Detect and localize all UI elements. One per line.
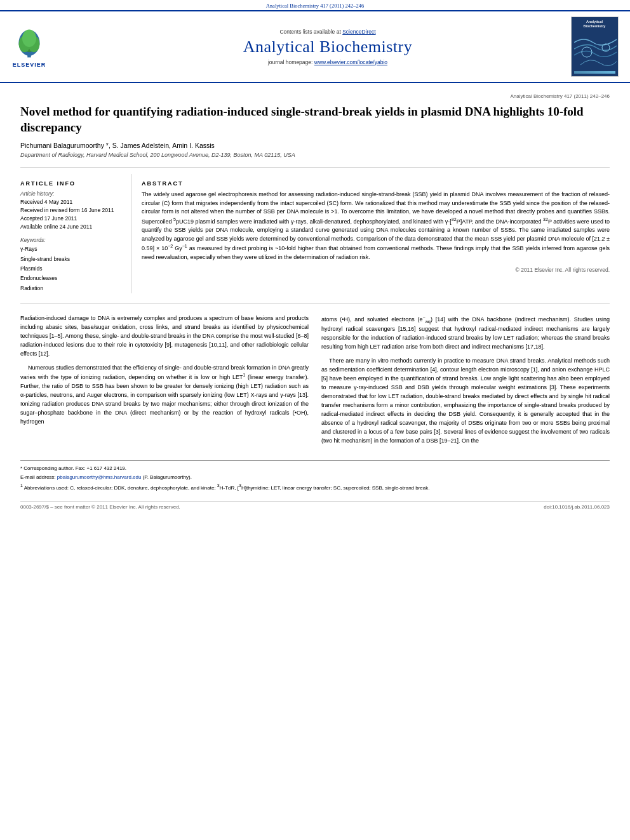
keyword-2: Single-strand breaks [20, 255, 124, 264]
svg-point-6 [22, 29, 36, 47]
elsevier-logo: ELSEVIER [10, 25, 48, 68]
article-title: Novel method for quantifying radiation-i… [20, 104, 610, 135]
abstract-heading: ABSTRACT [142, 180, 610, 187]
abstract-text: The widely used agarose gel electrophore… [142, 190, 610, 262]
body-col-1: Radiation-induced damage to DNA is extre… [20, 314, 309, 451]
abstract-col: ABSTRACT The widely used agarose gel ele… [142, 174, 610, 293]
header-center: Contents lists available at ScienceDirec… [93, 17, 563, 77]
article-content: Analytical Biochemistry 417 (2011) 242–2… [0, 83, 630, 520]
citation-line: Analytical Biochemistry 417 (2011) 242–2… [20, 93, 610, 99]
header-area: ELSEVIER Contents lists available at Sci… [0, 11, 630, 83]
affiliation-line: Department of Radiology, Harvard Medical… [20, 152, 610, 158]
keyword-4: Endonucleases [20, 274, 124, 283]
section-divider [20, 303, 610, 304]
body-para-3: atoms (•H), and solvated electrons (e−aq… [321, 314, 610, 352]
email-link[interactable]: pbalagurumoorthy@hms.harvard.edu [57, 474, 142, 480]
author-names: Pichumani Balagurumoorthy *, S. James Ad… [20, 142, 215, 149]
keywords-label: Keywords: [20, 237, 124, 243]
elsevier-label: ELSEVIER [13, 62, 46, 68]
keyword-1: γ-Rays [20, 244, 124, 254]
journal-title-header: Analytical Biochemistry [243, 37, 412, 57]
history-label: Article history: [20, 190, 124, 197]
history-received: Received 4 May 2011 [20, 198, 124, 206]
footnote-abbrev: 1 Abbreviations used: C, relaxed-circula… [20, 483, 610, 492]
cover-graphic [574, 30, 615, 74]
authors-line: Pichumani Balagurumoorthy *, S. James Ad… [20, 142, 610, 149]
article-info-heading: ARTICLE INFO [20, 180, 124, 187]
body-para-4: There are many in vitro methods currentl… [321, 357, 610, 445]
keywords-block: Keywords: γ-Rays Single-strand breaks Pl… [20, 237, 124, 293]
contents-line: Contents lists available at ScienceDirec… [279, 29, 375, 35]
cover-title-text: AnalyticalBiochemistry [584, 20, 606, 29]
header-left: ELSEVIER [10, 17, 86, 77]
keywords-list: γ-Rays Single-strand breaks Plasmids End… [20, 244, 124, 293]
sciencedirect-link[interactable]: ScienceDirect [342, 29, 375, 35]
cover-graphic-svg [574, 30, 617, 71]
doi-line: doi:10.1016/j.ab.2011.06.023 [544, 504, 610, 510]
copyright-line: © 2011 Elsevier Inc. All rights reserved… [142, 267, 610, 273]
journal-citation: Analytical Biochemistry 417 (2011) 242–2… [266, 3, 365, 9]
body-para-1: Radiation-induced damage to DNA is extre… [20, 314, 309, 359]
body-text: Radiation-induced damage to DNA is extre… [20, 314, 610, 451]
body-para-2: Numerous studies demonstrated that the e… [20, 364, 309, 427]
history-block: Article history: Received 4 May 2011 Rec… [20, 190, 124, 230]
keyword-3: Plasmids [20, 264, 124, 274]
history-accepted: Accepted 17 June 2011 [20, 215, 124, 223]
footnote-corresponding: * Corresponding author. Fax: +1 617 432 … [20, 465, 610, 472]
history-revised: Received in revised form 16 June 2011 [20, 206, 124, 215]
article-info-abstract: ARTICLE INFO Article history: Received 4… [20, 167, 610, 293]
journal-homepage: journal homepage: www.elsevier.com/locat… [268, 59, 387, 65]
issn-line: 0003-2697/$ – see front matter © 2011 El… [20, 504, 180, 510]
history-online: Available online 24 June 2011 [20, 223, 124, 231]
bottom-bar: 0003-2697/$ – see front matter © 2011 El… [20, 501, 610, 510]
body-col-2: atoms (•H), and solvated electrons (e−aq… [321, 314, 610, 451]
svg-rect-7 [574, 30, 617, 71]
header-right: AnalyticalBiochemistry [569, 17, 620, 77]
journal-bar: Analytical Biochemistry 417 (2011) 242–2… [0, 0, 630, 11]
footnote-email: E-mail address: pbalagurumoorthy@hms.har… [20, 474, 610, 481]
journal-homepage-link[interactable]: www.elsevier.com/locate/yabio [314, 59, 387, 65]
elsevier-tree-icon [10, 25, 48, 60]
keyword-5: Radiation [20, 284, 124, 293]
footnote-area: * Corresponding author. Fax: +1 617 432 … [20, 460, 610, 492]
article-info-col: ARTICLE INFO Article history: Received 4… [20, 174, 131, 293]
journal-cover-image: AnalyticalBiochemistry [571, 17, 619, 77]
